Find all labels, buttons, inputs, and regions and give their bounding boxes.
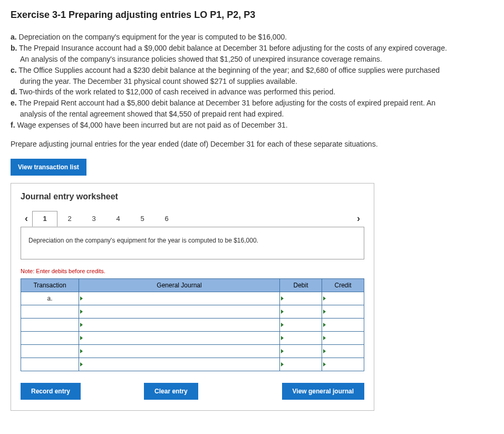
dropdown-arrow-icon [80,323,83,327]
item-text-a: Depreciation on the company's equipment … [19,33,287,41]
problem-items: a. Depreciation on the company's equipme… [11,32,493,130]
tab-2[interactable]: 2 [57,211,82,226]
cell-transaction [21,305,79,319]
dropdown-arrow-icon [323,349,326,353]
chevron-left-icon[interactable]: ‹ [21,210,32,227]
cell-debit[interactable] [280,319,322,332]
dropdown-arrow-icon [323,362,326,367]
header-credit: Credit [322,279,364,292]
view-general-journal-button[interactable]: View general journal [282,383,364,400]
item-text-b1: The Prepaid Insurance account had a $9,0… [19,44,447,52]
table-row [21,332,364,345]
dropdown-arrow-icon [80,310,83,314]
dropdown-arrow-icon [281,336,284,340]
cell-credit[interactable] [322,305,364,319]
item-text-e2: analysis of the rental agreement showed … [20,110,284,118]
view-transaction-list-button[interactable]: View transaction list [11,159,86,176]
cell-transaction [21,358,79,371]
dropdown-arrow-icon [281,362,284,367]
item-text-c2: during the year. The December 31 physica… [20,77,297,85]
dropdown-arrow-icon [281,349,284,353]
clear-entry-button[interactable]: Clear entry [144,383,198,400]
table-row [21,305,364,319]
item-label-b: b. [11,44,17,52]
dropdown-arrow-icon [323,296,326,301]
item-label-c: c. [11,66,17,74]
button-row: Record entry Clear entry View general jo… [21,383,364,400]
journal-table: Transaction General Journal Debit Credit… [21,278,364,371]
item-label-e: e. [11,99,17,107]
tab-1[interactable]: 1 [32,211,57,227]
chevron-right-icon[interactable]: › [353,210,364,227]
cell-general-journal[interactable] [79,345,280,358]
table-row: a. [21,292,364,305]
tab-5[interactable]: 5 [130,211,154,226]
cell-general-journal[interactable] [79,319,280,332]
cell-general-journal[interactable] [79,292,280,305]
cell-debit[interactable] [280,345,322,358]
cell-transaction [21,345,79,358]
item-label-f: f. [11,121,15,129]
item-text-e1: The Prepaid Rent account had a $5,800 de… [18,99,435,107]
item-text-c1: The Office Supplies account had a $230 d… [18,66,440,74]
journal-entry-worksheet: Journal entry worksheet ‹ 1 2 3 4 5 6 › … [11,183,374,411]
item-text-f: Wage expenses of $4,000 have been incurr… [17,121,287,129]
cell-transaction [21,332,79,345]
header-transaction: Transaction [21,279,79,292]
cell-debit[interactable] [280,332,322,345]
debits-before-credits-note: Note: Enter debits before credits. [21,268,364,274]
table-row [21,358,364,371]
dropdown-arrow-icon [281,310,284,314]
dropdown-arrow-icon [80,296,83,301]
dropdown-arrow-icon [323,323,326,327]
dropdown-arrow-icon [323,310,326,314]
prepare-instruction: Prepare adjusting journal entries for th… [11,140,493,148]
cell-credit[interactable] [322,332,364,345]
tabs-row: ‹ 1 2 3 4 5 6 › [21,210,364,227]
cell-general-journal[interactable] [79,305,280,319]
dropdown-arrow-icon [80,362,83,367]
cell-credit[interactable] [322,345,364,358]
tab-4[interactable]: 4 [106,211,130,226]
header-debit: Debit [280,279,322,292]
cell-debit[interactable] [280,305,322,319]
cell-credit[interactable] [322,292,364,305]
dropdown-arrow-icon [281,323,284,327]
table-row [21,345,364,358]
cell-transaction [21,319,79,332]
dropdown-arrow-icon [80,349,83,353]
tab-3[interactable]: 3 [82,211,106,226]
item-label-a: a. [11,33,17,41]
item-text-d: Two-thirds of the work related to $12,00… [19,88,335,96]
cell-debit[interactable] [280,358,322,371]
cell-general-journal[interactable] [79,332,280,345]
exercise-title: Exercise 3-1 Preparing adjusting entries… [11,9,493,21]
tab-6[interactable]: 6 [154,211,179,226]
dropdown-arrow-icon [281,296,284,301]
dropdown-arrow-icon [323,336,326,340]
cell-transaction: a. [21,292,79,305]
header-general-journal: General Journal [79,279,280,292]
worksheet-title: Journal entry worksheet [21,192,364,201]
item-label-d: d. [11,88,17,96]
cell-general-journal[interactable] [79,358,280,371]
entry-description: Depreciation on the company's equipment … [21,227,364,259]
cell-credit[interactable] [322,358,364,371]
cell-debit[interactable] [280,292,322,305]
table-row [21,319,364,332]
item-text-b2: An analysis of the company's insurance p… [20,55,382,63]
dropdown-arrow-icon [80,336,83,340]
record-entry-button[interactable]: Record entry [21,383,81,400]
cell-credit[interactable] [322,319,364,332]
